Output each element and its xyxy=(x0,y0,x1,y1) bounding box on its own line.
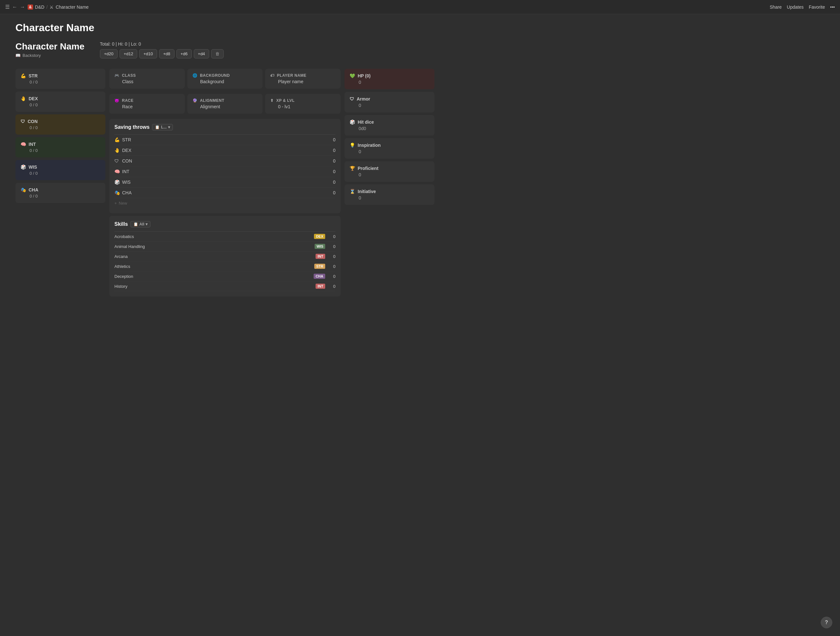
throw-con[interactable]: 🛡 CON 0 xyxy=(114,156,335,166)
initiative-label: Initiative xyxy=(358,189,376,194)
page: Character Name Character Name 📖 Backstor… xyxy=(0,14,450,304)
int-value: 0 / 0 xyxy=(21,148,100,153)
dice-clear[interactable]: 🗑 xyxy=(211,49,224,58)
skill-deception[interactable]: Deception CHA 0 xyxy=(114,271,335,282)
alignment-icon: 🔮 xyxy=(193,98,197,103)
filter-icon: 📋 xyxy=(155,125,160,129)
stat-cha[interactable]: 🎭 CHA 0 / 0 xyxy=(16,183,106,203)
stat-str[interactable]: 💪 STR 0 / 0 xyxy=(16,69,106,89)
skill-athletics-name: Athletics xyxy=(114,264,314,269)
proficient-card[interactable]: 🏆 Proficient 0 xyxy=(344,161,434,182)
skill-deception-badge: CHA xyxy=(314,274,325,279)
updates-button[interactable]: Updates xyxy=(787,5,804,9)
right-col: 💚 HP (0) 0 🛡 Armor 0 🎲 Hit dice 0d0 xyxy=(344,69,434,296)
skill-history-name: History xyxy=(114,284,316,289)
saving-throws-section: Saving throws 📋 L... ▾ 💪 STR 0 🤚 xyxy=(109,119,341,213)
info-row-1: 🎮 Class Class 🌐 Background Background 🏷 xyxy=(109,69,341,91)
menu-icon[interactable]: ☰ xyxy=(5,4,9,10)
skill-arcana[interactable]: Arcana INT 0 xyxy=(114,252,335,261)
backstory-link[interactable]: 📖 Backstory xyxy=(16,53,85,58)
skills-filter-chevron: ▾ xyxy=(145,222,147,227)
backstory-icon: 📖 xyxy=(16,53,21,58)
forward-icon[interactable]: → xyxy=(20,4,25,10)
stat-con[interactable]: 🛡 CON 0 / 0 xyxy=(16,114,106,135)
dice-d12[interactable]: +d12 xyxy=(120,49,137,58)
xp-lvl-card[interactable]: ⬆ XP & LVL 0 - lv1 xyxy=(265,94,341,114)
add-throw-plus: + xyxy=(114,201,117,206)
share-button[interactable]: Share xyxy=(770,5,782,9)
hit-dice-icon: 🎲 xyxy=(350,120,355,124)
inspiration-icon: 💡 xyxy=(350,143,355,148)
dice-section: Total: 0 | Hi: 0 | Lo: 0 +d20 +d12 +d10 … xyxy=(100,41,224,58)
favorite-button[interactable]: Favorite xyxy=(809,5,825,9)
char-name-section: Character Name 📖 Backstory xyxy=(16,41,85,58)
char-name: Character Name xyxy=(16,41,85,52)
throw-wis[interactable]: 🎲 WIS 0 xyxy=(114,177,335,187)
throw-cha[interactable]: 🎭 CHA 0 xyxy=(114,187,335,198)
throw-int-name: INT xyxy=(122,169,329,174)
skill-animal-handling[interactable]: Animal Handling WIS 0 xyxy=(114,242,335,252)
background-icon: 🌐 xyxy=(193,73,197,78)
str-label: STR xyxy=(28,73,38,79)
hp-card[interactable]: 💚 HP (0) 0 xyxy=(344,69,434,89)
throw-int-value: 0 xyxy=(329,169,335,174)
wis-icon: 🎲 xyxy=(21,164,26,170)
background-card[interactable]: 🌐 Background Background xyxy=(187,69,263,89)
throw-int[interactable]: 🧠 INT 0 xyxy=(114,166,335,177)
hit-dice-card[interactable]: 🎲 Hit dice 0d0 xyxy=(344,115,434,135)
inspiration-card[interactable]: 💡 Inspiration 0 xyxy=(344,138,434,159)
player-icon: 🏷 xyxy=(270,73,275,78)
breadcrumb: & D&D / ⚔ Character Name xyxy=(28,5,89,9)
skill-history-badge: INT xyxy=(316,283,325,289)
class-card[interactable]: 🎮 Class Class xyxy=(109,69,185,89)
throw-dex-name: DEX xyxy=(122,148,329,153)
throw-con-name: CON xyxy=(122,158,329,164)
dice-d6[interactable]: +d6 xyxy=(177,49,192,58)
dice-d4[interactable]: +d4 xyxy=(194,49,209,58)
dice-buttons: +d20 +d12 +d10 +d8 +d6 +d4 🗑 xyxy=(100,49,224,58)
initiative-card[interactable]: ⌛ Initiative 0 xyxy=(344,184,434,205)
add-throw-button[interactable]: + New xyxy=(114,198,335,208)
throw-str[interactable]: 💪 STR 0 xyxy=(114,135,335,145)
saving-throws-header: Saving throws 📋 L... ▾ xyxy=(114,124,335,131)
alignment-card[interactable]: 🔮 Alignment Alignment xyxy=(187,94,263,114)
throw-wis-name: WIS xyxy=(122,179,329,185)
skill-acrobatics-value: 0 xyxy=(329,234,335,239)
initiative-icon: ⌛ xyxy=(350,189,355,194)
skill-athletics[interactable]: Athletics STR 0 xyxy=(114,261,335,271)
skills-header: Skills 📋 All ▾ xyxy=(114,221,335,227)
saving-throws-filter[interactable]: 📋 L... ▾ xyxy=(152,124,172,131)
throw-list: 💪 STR 0 🤚 DEX 0 🛡 CON 0 xyxy=(114,134,335,198)
skill-history[interactable]: History INT 0 xyxy=(114,282,335,291)
main-grid: 💪 STR 0 / 0 🤚 DEX 0 / 0 🛡 CON 0 / 0 xyxy=(16,69,434,296)
throw-dex-value: 0 xyxy=(329,148,335,153)
dice-d20[interactable]: +d20 xyxy=(100,49,118,58)
dex-icon: 🤚 xyxy=(21,96,26,101)
armor-card[interactable]: 🛡 Armor 0 xyxy=(344,92,434,112)
add-throw-label: New xyxy=(119,201,127,206)
skill-acrobatics-badge: DEX xyxy=(314,234,325,239)
skill-acrobatics[interactable]: Acrobatics DEX 0 xyxy=(114,231,335,242)
throw-dex[interactable]: 🤚 DEX 0 xyxy=(114,145,335,156)
stat-wis[interactable]: 🎲 WIS 0 / 0 xyxy=(16,160,106,180)
back-icon[interactable]: ← xyxy=(12,4,17,10)
stat-dex[interactable]: 🤚 DEX 0 / 0 xyxy=(16,91,106,112)
throw-wis-value: 0 xyxy=(329,179,335,185)
brand-icon[interactable]: & xyxy=(28,5,33,9)
breadcrumb-char-name[interactable]: Character Name xyxy=(55,5,89,9)
skill-animal-handling-name: Animal Handling xyxy=(114,244,314,249)
help-button[interactable]: ? xyxy=(821,617,832,628)
skill-history-value: 0 xyxy=(329,284,335,289)
stat-int[interactable]: 🧠 INT 0 / 0 xyxy=(16,137,106,157)
dice-d8[interactable]: +d8 xyxy=(159,49,174,58)
skills-filter-label: All xyxy=(139,222,144,227)
skill-animal-handling-badge: WIS xyxy=(314,244,325,249)
skills-section: Skills 📋 All ▾ Acrobatics DEX 0 Animal H… xyxy=(109,216,341,296)
more-button[interactable]: ••• xyxy=(830,5,835,9)
skills-filter[interactable]: 📋 All ▾ xyxy=(131,221,150,227)
info-row-2: 😈 Race Race 🔮 Alignment Alignment ⬆ XP xyxy=(109,94,341,116)
player-name-card[interactable]: 🏷 Player name Player name xyxy=(265,69,341,89)
dice-d10[interactable]: +d10 xyxy=(139,49,157,58)
race-card[interactable]: 😈 Race Race xyxy=(109,94,185,114)
cha-value: 0 / 0 xyxy=(21,194,100,198)
